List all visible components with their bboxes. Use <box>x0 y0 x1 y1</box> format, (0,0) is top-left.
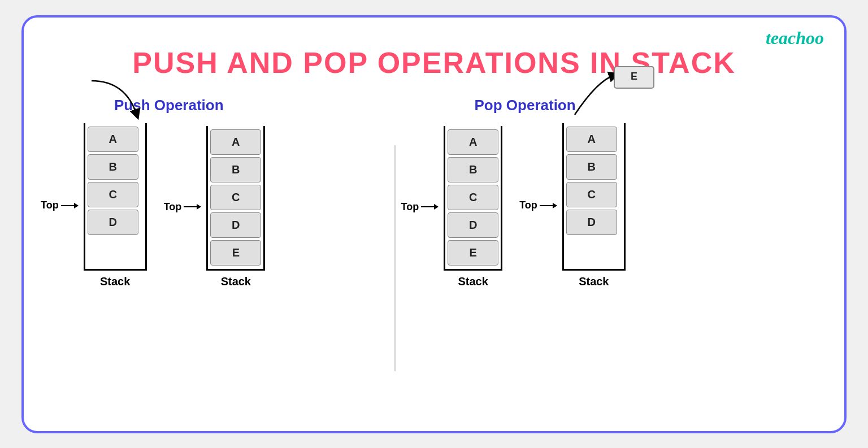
top-label-2: Top <box>164 201 201 213</box>
stack4-cell-C: C <box>566 182 617 207</box>
stack1-cell-C: C <box>88 182 138 207</box>
top-label-3: Top <box>401 201 439 213</box>
section-divider <box>394 145 396 371</box>
stack3-label: Stack <box>458 275 488 288</box>
stack3-cell-D: D <box>448 212 498 238</box>
top-arrow-2 <box>184 206 201 207</box>
stack2-box: E D C B A <box>206 126 265 271</box>
brand-logo: teachoo <box>766 28 824 49</box>
push-arrow-svg <box>58 75 171 126</box>
main-card: teachoo PUSH AND POP OPERATIONS IN STACK… <box>21 15 847 433</box>
stack1-container: Top D C B A <box>41 123 147 288</box>
top-arrow-1 <box>61 205 78 206</box>
top-label-1: Top <box>41 199 78 211</box>
stack2-cell-E: E <box>210 240 261 266</box>
stack1-cell-D: D <box>88 210 138 235</box>
stack2-cell-B: B <box>210 157 261 182</box>
diagrams-row: Push Operation <box>41 97 827 420</box>
top-arrow-3 <box>421 206 438 207</box>
stack2-cell-A: A <box>210 129 261 155</box>
pop-arrow-svg: E <box>422 69 637 126</box>
stack3-cell-A: A <box>448 129 498 155</box>
top-arrow-4 <box>540 205 557 206</box>
stack2-cell-D: D <box>210 212 261 238</box>
push-section: Push Operation <box>41 97 389 288</box>
pop-section: Pop Operation E <box>401 97 828 288</box>
stack3-box: E D C B A <box>444 126 502 271</box>
push-stacks-row: Top D C B A <box>41 123 265 288</box>
stack2-label: Stack <box>221 275 251 288</box>
stack2-cell-C: C <box>210 185 261 210</box>
stack3-cell-B: B <box>448 157 498 182</box>
stack1-label: Stack <box>100 275 130 288</box>
stack4-box: D C B A <box>562 123 626 271</box>
stack3-cell-C: C <box>448 185 498 210</box>
pop-stacks-row: E Top E D <box>401 123 626 288</box>
stack4-container: Top D C B A <box>519 123 626 288</box>
stack4-cell-B: B <box>566 154 617 180</box>
stack1-box: D C B A <box>84 123 147 271</box>
svg-text:E: E <box>631 71 637 82</box>
stack3-container: Top E D C B A Stac <box>401 126 503 288</box>
stack4-label: Stack <box>579 275 609 288</box>
stack1-cell-A: A <box>88 127 138 152</box>
stack1-cell-B: B <box>88 154 138 180</box>
stack4-cell-D: D <box>566 210 617 235</box>
top-label-4: Top <box>519 199 557 211</box>
stack4-cell-A: A <box>566 127 617 152</box>
stack2-container: Top E D C B A Stac <box>164 126 266 288</box>
stack3-cell-E: E <box>448 240 498 266</box>
